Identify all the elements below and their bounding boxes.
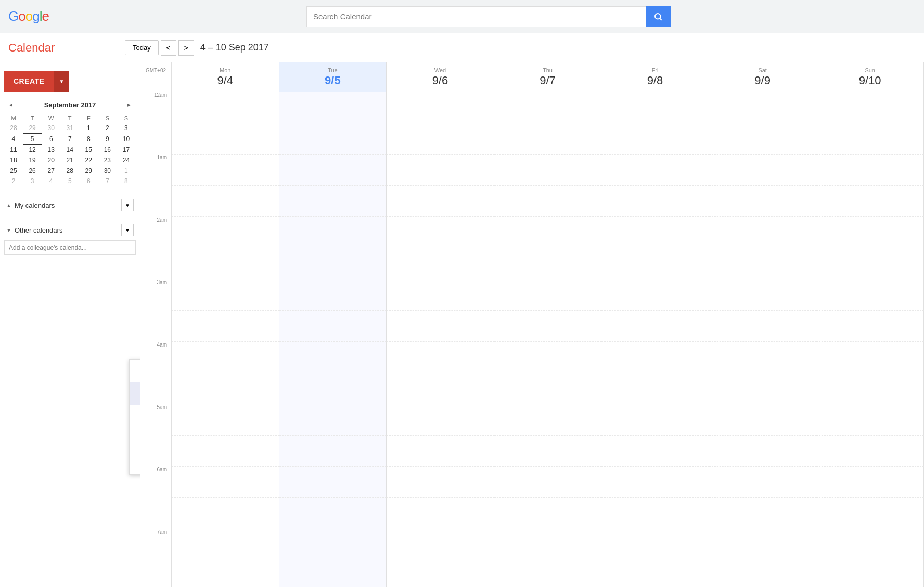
time-cell[interactable] bbox=[816, 92, 924, 123]
time-cell[interactable] bbox=[387, 92, 494, 123]
time-cell[interactable] bbox=[601, 217, 709, 248]
time-cell[interactable] bbox=[387, 436, 494, 467]
time-cell[interactable] bbox=[279, 186, 387, 217]
time-cell[interactable] bbox=[709, 186, 817, 217]
search-button[interactable] bbox=[646, 6, 671, 27]
time-cell[interactable] bbox=[172, 123, 279, 155]
time-cell[interactable] bbox=[601, 155, 709, 186]
time-cell[interactable] bbox=[494, 123, 602, 155]
time-cell[interactable] bbox=[816, 342, 924, 373]
time-cell[interactable] bbox=[709, 467, 817, 498]
mini-cal-day[interactable]: 29 bbox=[23, 123, 42, 134]
time-cell[interactable] bbox=[601, 467, 709, 498]
today-button[interactable]: Today bbox=[125, 40, 159, 55]
time-cell[interactable] bbox=[387, 404, 494, 436]
time-cell[interactable] bbox=[494, 217, 602, 248]
time-cell[interactable] bbox=[601, 311, 709, 342]
time-cell[interactable] bbox=[387, 217, 494, 248]
time-cell[interactable] bbox=[387, 373, 494, 404]
mini-cal-day[interactable]: 16 bbox=[98, 145, 117, 156]
dropdown-menu-item[interactable]: Browse Interesting Calendars bbox=[130, 382, 140, 405]
mini-cal-day[interactable]: 6 bbox=[42, 134, 60, 145]
mini-cal-day[interactable]: 17 bbox=[117, 145, 135, 156]
time-cell[interactable] bbox=[709, 436, 817, 467]
time-cell[interactable] bbox=[816, 404, 924, 436]
day-column-header[interactable]: Sat9/9 bbox=[709, 62, 817, 92]
dropdown-menu-item[interactable]: Import calendar bbox=[130, 428, 140, 451]
time-cell[interactable] bbox=[816, 498, 924, 529]
mini-cal-day[interactable]: 1 bbox=[79, 123, 98, 134]
create-button[interactable]: CREATE bbox=[4, 71, 54, 92]
time-cell[interactable] bbox=[172, 92, 279, 123]
mini-cal-day[interactable]: 6 bbox=[79, 176, 98, 186]
mini-cal-day[interactable]: 13 bbox=[42, 145, 60, 156]
time-cell[interactable] bbox=[816, 217, 924, 248]
mini-cal-day[interactable]: 4 bbox=[42, 176, 60, 186]
mini-cal-day[interactable]: 28 bbox=[4, 123, 23, 134]
time-cell[interactable] bbox=[494, 248, 602, 279]
time-cell[interactable] bbox=[387, 123, 494, 155]
time-cell[interactable] bbox=[494, 279, 602, 311]
mini-cal-day[interactable]: 27 bbox=[42, 165, 60, 176]
mini-cal-day[interactable]: 26 bbox=[23, 165, 42, 176]
time-cell[interactable] bbox=[279, 248, 387, 279]
time-cell[interactable] bbox=[601, 248, 709, 279]
time-cell[interactable] bbox=[709, 123, 817, 155]
time-cell[interactable] bbox=[816, 373, 924, 404]
my-calendars-header[interactable]: ▲ My calendars ▼ bbox=[4, 195, 136, 215]
mini-cal-day[interactable]: 31 bbox=[60, 123, 79, 134]
mini-cal-day[interactable]: 12 bbox=[23, 145, 42, 156]
my-calendars-dropdown[interactable]: ▼ bbox=[121, 199, 134, 211]
time-cell[interactable] bbox=[709, 155, 817, 186]
time-cell[interactable] bbox=[494, 311, 602, 342]
time-cell[interactable] bbox=[172, 248, 279, 279]
time-cell[interactable] bbox=[601, 498, 709, 529]
mini-cal-day[interactable]: 3 bbox=[117, 123, 135, 134]
time-cell[interactable] bbox=[494, 498, 602, 529]
mini-cal-day[interactable]: 15 bbox=[79, 145, 98, 156]
time-cell[interactable] bbox=[172, 436, 279, 467]
time-cell[interactable] bbox=[172, 529, 279, 560]
time-cell[interactable] bbox=[709, 404, 817, 436]
other-calendars-dropdown[interactable]: ▼ bbox=[121, 224, 134, 236]
time-cell[interactable] bbox=[709, 248, 817, 279]
day-column-header[interactable]: Mon9/4 bbox=[172, 62, 279, 92]
mini-cal-day[interactable]: 9 bbox=[98, 134, 117, 145]
dropdown-menu-item[interactable]: Settings bbox=[130, 451, 140, 474]
time-cell[interactable] bbox=[709, 529, 817, 560]
time-cell[interactable] bbox=[387, 186, 494, 217]
mini-cal-day[interactable]: 8 bbox=[117, 176, 135, 186]
time-cell[interactable] bbox=[172, 186, 279, 217]
time-cell[interactable] bbox=[601, 123, 709, 155]
mini-cal-day[interactable]: 7 bbox=[60, 134, 79, 145]
time-cell[interactable] bbox=[709, 279, 817, 311]
time-cell[interactable] bbox=[816, 311, 924, 342]
time-cell[interactable] bbox=[279, 498, 387, 529]
time-cell[interactable] bbox=[387, 498, 494, 529]
time-cell[interactable] bbox=[279, 404, 387, 436]
time-cell[interactable] bbox=[816, 467, 924, 498]
time-cell[interactable] bbox=[279, 92, 387, 123]
time-cell[interactable] bbox=[816, 186, 924, 217]
time-cell[interactable] bbox=[601, 436, 709, 467]
time-cell[interactable] bbox=[279, 311, 387, 342]
time-cell[interactable] bbox=[816, 248, 924, 279]
mini-cal-day[interactable]: 24 bbox=[117, 155, 135, 165]
time-cell[interactable] bbox=[279, 155, 387, 186]
mini-cal-day[interactable]: 10 bbox=[117, 134, 135, 145]
mini-cal-day[interactable]: 29 bbox=[79, 165, 98, 176]
day-column-header[interactable]: Fri9/8 bbox=[601, 62, 709, 92]
mini-cal-day[interactable]: 30 bbox=[98, 165, 117, 176]
mini-cal-day[interactable]: 18 bbox=[4, 155, 23, 165]
time-cell[interactable] bbox=[816, 529, 924, 560]
time-cell[interactable] bbox=[387, 155, 494, 186]
time-cell[interactable] bbox=[816, 436, 924, 467]
time-cell[interactable] bbox=[494, 373, 602, 404]
time-cell[interactable] bbox=[709, 373, 817, 404]
time-cell[interactable] bbox=[172, 279, 279, 311]
prev-button[interactable]: < bbox=[161, 40, 176, 56]
time-cell[interactable] bbox=[279, 342, 387, 373]
mini-cal-day[interactable]: 8 bbox=[79, 134, 98, 145]
time-cell[interactable] bbox=[601, 342, 709, 373]
next-button[interactable]: > bbox=[178, 40, 194, 56]
